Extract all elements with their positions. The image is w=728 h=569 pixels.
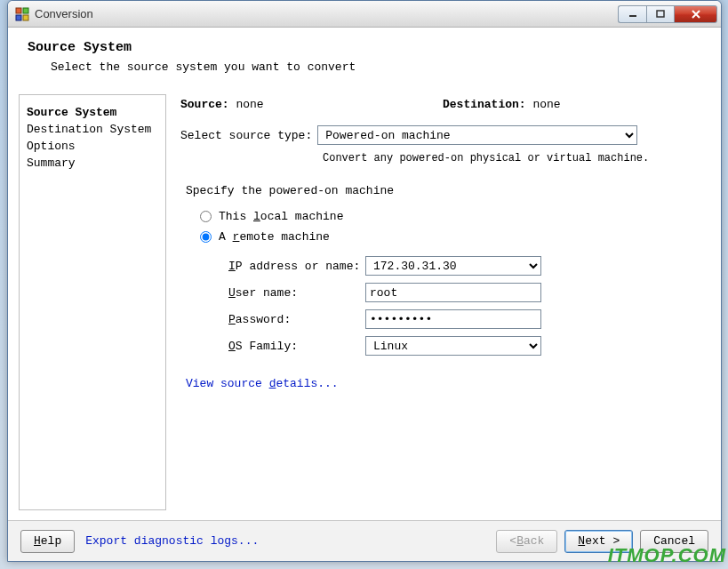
os-family-label: OS Family: bbox=[228, 340, 365, 353]
maximize-button[interactable] bbox=[646, 5, 675, 23]
next-button[interactable]: Next > bbox=[564, 530, 633, 553]
sidebar-item-options[interactable]: Options bbox=[27, 138, 158, 155]
group-title: Specify the powered-on machine bbox=[186, 184, 705, 197]
sidebar-item-source-system[interactable]: Source System bbox=[27, 104, 158, 121]
destination-label: Destination: bbox=[443, 98, 526, 111]
page-subtitle: Select the source system you want to con… bbox=[28, 55, 701, 74]
sidebar-item-summary[interactable]: Summary bbox=[27, 155, 158, 172]
svg-rect-2 bbox=[16, 15, 21, 20]
titlebar: Conversion bbox=[8, 1, 721, 28]
svg-rect-5 bbox=[657, 11, 664, 17]
minimize-button[interactable] bbox=[618, 5, 646, 23]
source-value: none bbox=[236, 98, 263, 111]
page-title: Source System bbox=[28, 40, 701, 55]
help-button[interactable]: Help bbox=[20, 530, 75, 553]
cancel-button[interactable]: Cancel bbox=[640, 530, 708, 553]
source-label: Source: bbox=[180, 98, 229, 111]
view-source-details-link[interactable]: View source details... bbox=[186, 377, 339, 390]
sidebar-item-destination-system[interactable]: Destination System bbox=[27, 121, 158, 138]
close-button[interactable] bbox=[675, 5, 717, 23]
destination-value: none bbox=[532, 98, 560, 111]
local-machine-label[interactable]: This local machine bbox=[219, 210, 343, 223]
conversion-window: Conversion Source System Select the sour… bbox=[7, 0, 722, 562]
window-title: Conversion bbox=[35, 7, 618, 20]
password-label: Password: bbox=[228, 313, 365, 326]
wizard-footer: Help Export diagnostic logs... < Back Ne… bbox=[8, 520, 721, 561]
wizard-header: Source System Select the source system y… bbox=[8, 28, 721, 87]
svg-rect-0 bbox=[16, 8, 21, 13]
username-label: User name: bbox=[228, 286, 365, 300]
username-input[interactable] bbox=[365, 283, 541, 302]
app-icon bbox=[15, 7, 29, 21]
remote-machine-label[interactable]: A remote machine bbox=[219, 230, 330, 244]
source-type-helper: Convert any powered-on physical or virtu… bbox=[180, 148, 705, 164]
select-source-type-label: Select source type: bbox=[180, 129, 312, 142]
back-button: < Back bbox=[496, 530, 557, 553]
ip-address-input[interactable]: 172.30.31.30 bbox=[365, 256, 541, 276]
password-input[interactable] bbox=[365, 309, 541, 329]
ip-label: IP address or name: bbox=[228, 260, 365, 273]
wizard-steps-sidebar: Source System Destination System Options… bbox=[19, 94, 166, 510]
export-logs-link[interactable]: Export diagnostic logs... bbox=[85, 534, 259, 548]
window-controls bbox=[618, 5, 717, 23]
svg-rect-3 bbox=[23, 15, 28, 20]
local-machine-radio[interactable] bbox=[200, 211, 212, 222]
svg-rect-1 bbox=[23, 8, 28, 13]
source-type-select[interactable]: Powered-on machine bbox=[317, 125, 637, 145]
os-family-select[interactable]: Linux bbox=[365, 336, 541, 356]
remote-machine-radio[interactable] bbox=[200, 231, 212, 243]
main-panel: Source: none Destination: none Select so… bbox=[175, 94, 710, 510]
